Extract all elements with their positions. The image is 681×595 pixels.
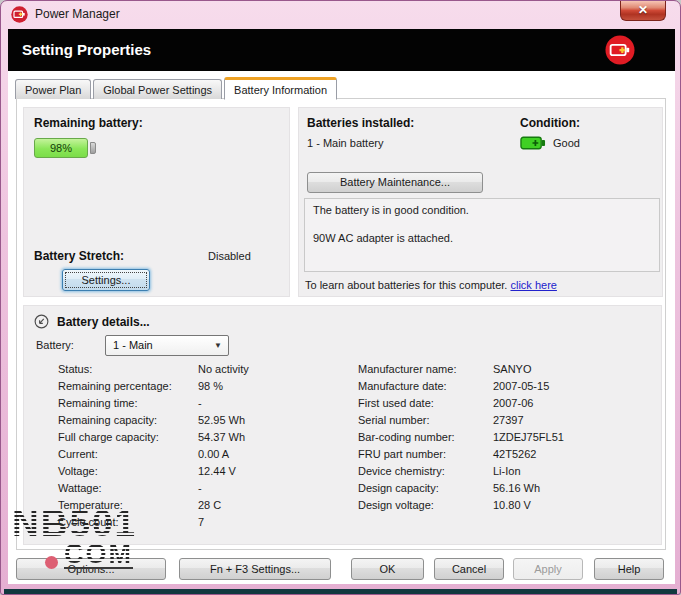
detail-label: Temperature: bbox=[58, 499, 198, 516]
detail-value: 12.44 V bbox=[198, 465, 236, 482]
detail-value: 2007-05-15 bbox=[493, 380, 549, 397]
dropdown-arrow-icon: ▼ bbox=[214, 336, 222, 355]
detail-value: 98 % bbox=[198, 380, 223, 397]
dialog-header: Setting Properties bbox=[8, 29, 675, 71]
detail-label: Remaining capacity: bbox=[58, 414, 198, 431]
good-battery-icon bbox=[520, 136, 546, 150]
detail-label: Remaining percentage: bbox=[58, 380, 198, 397]
detail-value: - bbox=[198, 482, 202, 499]
detail-row: Bar-coding number:1ZDEJ75FL51 bbox=[358, 431, 564, 448]
tab-power-plan[interactable]: Power Plan bbox=[15, 79, 91, 99]
detail-row: Status:No activity bbox=[58, 363, 249, 380]
battery-gauge-percent: 98% bbox=[50, 142, 72, 154]
battery-gauge: 98% bbox=[34, 138, 88, 158]
remaining-battery-panel: Remaining battery: 98% Battery Stretch: … bbox=[23, 107, 290, 297]
detail-value: - bbox=[198, 397, 202, 414]
detail-label: Full charge capacity: bbox=[58, 431, 198, 448]
battery-information-page: Remaining battery: 98% Battery Stretch: … bbox=[16, 98, 666, 550]
detail-label: Cycle count: bbox=[58, 516, 198, 533]
batteries-installed-panel: Batteries installed: 1 - Main battery Co… bbox=[298, 107, 663, 297]
detail-row: Current:0.00 A bbox=[58, 448, 249, 465]
cancel-button[interactable]: Cancel bbox=[434, 558, 504, 580]
detail-label: Bar-coding number: bbox=[358, 431, 493, 448]
tab-battery-information[interactable]: Battery Information bbox=[224, 77, 337, 100]
dialog-footer: Options... Fn + F3 Settings... OK Cancel… bbox=[8, 558, 675, 580]
detail-value: 27397 bbox=[493, 414, 524, 431]
tab-global-power-settings[interactable]: Global Power Settings bbox=[93, 79, 222, 99]
detail-row: Cycle count:7 bbox=[58, 516, 249, 533]
detail-row: Design capacity:56.16 Wh bbox=[358, 482, 564, 499]
battery-status-line: The battery is in good condition. bbox=[313, 204, 651, 216]
detail-value: 54.37 Wh bbox=[198, 431, 245, 448]
click-here-link[interactable]: click here bbox=[510, 279, 556, 291]
apply-button[interactable]: Apply bbox=[513, 558, 583, 580]
tab-label: Power Plan bbox=[25, 84, 81, 96]
detail-label: Manufacture date: bbox=[358, 380, 493, 397]
battery-status-box: The battery is in good condition. 90W AC… bbox=[304, 198, 660, 272]
battery-status-line: 90W AC adapter is attached. bbox=[313, 232, 651, 244]
tab-label: Global Power Settings bbox=[103, 84, 212, 96]
detail-row: Manufacture date:2007-05-15 bbox=[358, 380, 564, 397]
detail-label: Design voltage: bbox=[358, 499, 493, 516]
detail-row: Voltage:12.44 V bbox=[58, 465, 249, 482]
detail-row: Device chemistry:Li-Ion bbox=[358, 465, 564, 482]
detail-value: 56.16 Wh bbox=[493, 482, 540, 499]
detail-label: Remaining time: bbox=[58, 397, 198, 414]
condition-row: Good bbox=[520, 136, 580, 150]
battery-details-header[interactable]: Battery details... bbox=[34, 314, 150, 329]
detail-row: Serial number:27397 bbox=[358, 414, 564, 431]
detail-row: Wattage:- bbox=[58, 482, 249, 499]
battery-select-label: Battery: bbox=[36, 339, 74, 351]
battery-select[interactable]: 1 - Main ▼ bbox=[105, 335, 229, 356]
detail-value: 7 bbox=[198, 516, 204, 533]
detail-label: Design capacity: bbox=[358, 482, 493, 499]
batteries-installed-heading: Batteries installed: bbox=[307, 116, 414, 130]
remaining-battery-heading: Remaining battery: bbox=[34, 116, 143, 130]
detail-row: Full charge capacity:54.37 Wh bbox=[58, 431, 249, 448]
detail-value: No activity bbox=[198, 363, 249, 380]
detail-row: Remaining time:- bbox=[58, 397, 249, 414]
detail-label: Voltage: bbox=[58, 465, 198, 482]
close-button[interactable]: ✕ bbox=[620, 1, 666, 21]
detail-row: Design voltage:10.80 V bbox=[358, 499, 564, 516]
battery-maintenance-button[interactable]: Battery Maintenance... bbox=[307, 172, 483, 193]
power-manager-app-icon bbox=[11, 6, 28, 23]
learn-more-row: To learn about batteries for this comput… bbox=[305, 279, 557, 291]
battery-stretch-label: Battery Stretch: bbox=[34, 249, 124, 263]
detail-value: 28 C bbox=[198, 499, 221, 516]
detail-label: Current: bbox=[58, 448, 198, 465]
detail-row: Remaining capacity:52.95 Wh bbox=[58, 414, 249, 431]
window-bottom-edge bbox=[4, 589, 677, 594]
battery-details-right-column: Manufacturer name:SANYO Manufacture date… bbox=[358, 363, 564, 516]
titlebar[interactable]: Power Manager ✕ bbox=[1, 1, 680, 29]
battery-stretch-value: Disabled bbox=[208, 250, 251, 262]
fn-f3-settings-button[interactable]: Fn + F3 Settings... bbox=[179, 558, 331, 580]
detail-row: Temperature:28 C bbox=[58, 499, 249, 516]
battery-gauge-nub bbox=[90, 142, 96, 154]
collapse-arrow-icon bbox=[34, 314, 49, 329]
detail-label: Wattage: bbox=[58, 482, 198, 499]
detail-row: Manufacturer name:SANYO bbox=[358, 363, 564, 380]
detail-label: Device chemistry: bbox=[358, 465, 493, 482]
detail-value: Li-Ion bbox=[493, 465, 521, 482]
detail-value: 2007-06 bbox=[493, 397, 533, 414]
detail-value: 52.95 Wh bbox=[198, 414, 245, 431]
learn-more-text: To learn about batteries for this comput… bbox=[305, 279, 510, 291]
options-button[interactable]: Options... bbox=[16, 558, 166, 580]
ok-button[interactable]: OK bbox=[351, 558, 424, 580]
battery-details-panel: Battery details... Battery: 1 - Main ▼ S… bbox=[23, 305, 662, 545]
setting-properties-dialog: Setting Properties Power Plan Global Pow… bbox=[8, 29, 675, 584]
tab-bar: Power Plan Global Power Settings Battery… bbox=[15, 76, 339, 99]
detail-label: Serial number: bbox=[358, 414, 493, 431]
detail-row: FRU part number:42T5262 bbox=[358, 448, 564, 465]
battery-details-title: Battery details... bbox=[57, 315, 150, 329]
condition-value: Good bbox=[553, 137, 580, 149]
detail-value: 1ZDEJ75FL51 bbox=[493, 431, 564, 448]
power-manager-window: Power Manager ✕ Setting Properties Power… bbox=[0, 0, 681, 595]
battery-stretch-settings-button[interactable]: Settings... bbox=[62, 269, 150, 291]
window-title: Power Manager bbox=[35, 7, 120, 21]
help-button[interactable]: Help bbox=[594, 558, 664, 580]
close-icon: ✕ bbox=[638, 3, 648, 17]
detail-row: Remaining percentage:98 % bbox=[58, 380, 249, 397]
detail-label: FRU part number: bbox=[358, 448, 493, 465]
